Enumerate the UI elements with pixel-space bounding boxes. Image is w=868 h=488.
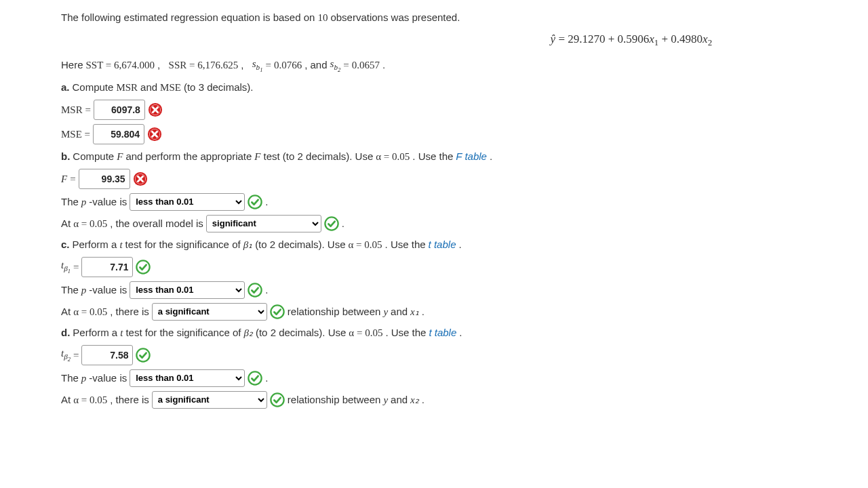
c-pvalue-select[interactable]: less than 0.01: [130, 281, 245, 299]
wrong-icon: [148, 102, 163, 117]
d-pvalue-select[interactable]: less than 0.01: [130, 369, 245, 387]
sb2-val: 0.0657: [352, 57, 380, 73]
sb1-val: 0.0766: [274, 57, 302, 73]
check-icon: [248, 283, 262, 298]
check-icon: [136, 348, 151, 363]
tb2-row: tβ2 =: [61, 345, 807, 365]
check-icon: [324, 216, 339, 231]
tb1-input[interactable]: [81, 257, 133, 277]
d-pvalue-row: The p -value is less than 0.01 .: [61, 369, 807, 387]
sb2-sym: sb2: [330, 56, 341, 75]
part-c-prompt: c. Perform a t test for the significance…: [61, 237, 807, 253]
intro-a: The following estimated regression equat…: [61, 9, 315, 26]
c-relationship-select[interactable]: a significant: [152, 303, 267, 321]
check-icon: [270, 304, 285, 319]
f-table-link[interactable]: F table: [456, 148, 487, 165]
b-pvalue-row: The p -value is less than 0.01 .: [61, 193, 807, 211]
tb2-label: tβ2: [61, 345, 71, 365]
t-table-link[interactable]: t table: [429, 237, 456, 253]
part-d-prompt: d. Perform a t test for the significance…: [61, 325, 807, 341]
check-icon: [136, 260, 151, 274]
check-icon: [248, 195, 262, 209]
d-relationship-select[interactable]: a significant: [152, 391, 267, 409]
b-pvalue-select[interactable]: less than 0.01: [130, 193, 245, 211]
sst: SST = 6,674.000: [86, 57, 155, 73]
tb1-label: tβ1: [61, 257, 71, 277]
t-table-link-2[interactable]: t table: [429, 325, 456, 341]
f-label: F: [61, 171, 67, 187]
part-d-label: d.: [61, 325, 70, 341]
part-c-label: c.: [61, 237, 70, 253]
ssr: SSR = 6,176.625: [169, 57, 239, 73]
mse-input[interactable]: [93, 124, 144, 144]
tb1-row: tβ1 =: [61, 257, 807, 277]
c-pvalue-row: The p -value is less than 0.01 .: [61, 281, 807, 299]
intro-b: observations was presented.: [330, 9, 460, 26]
msr-input[interactable]: [94, 100, 145, 120]
check-icon: [270, 392, 285, 407]
mse-label: MSE =: [61, 126, 90, 142]
sb1-sym: sb1: [252, 56, 263, 75]
b-overall-row: At α = 0.05 , the overall model is signi…: [61, 215, 807, 232]
part-a-label: a.: [61, 79, 70, 96]
mse-row: MSE =: [61, 124, 807, 144]
wrong-icon: [147, 127, 162, 142]
part-b-prompt: b. Compute F and perform the appropriate…: [61, 148, 807, 165]
c-relationship-row: At α = 0.05 , there is a significant rel…: [61, 303, 807, 321]
wrong-icon: [133, 171, 148, 186]
msr-row: MSR =: [61, 100, 807, 120]
regression-equation: ŷ = 29.1270 + 0.5906x1 + 0.4980x2: [61, 30, 807, 50]
intro-text: The following estimated regression equat…: [61, 9, 807, 26]
d-relationship-row: At α = 0.05 , there is a significant rel…: [61, 391, 807, 409]
tb2-input[interactable]: [81, 345, 133, 365]
f-input[interactable]: [79, 169, 130, 189]
given-pre: Here: [61, 57, 83, 73]
part-a-prompt: a. Compute MSR and MSE (to 3 decimals).: [61, 79, 807, 96]
n-obs: 10: [317, 9, 328, 26]
part-b-label: b.: [61, 148, 70, 165]
check-icon: [248, 371, 262, 386]
msr-label: MSR =: [61, 102, 91, 118]
b-overall-select[interactable]: significant: [206, 215, 321, 232]
given-values: Here SST = 6,674.000, SSR = 6,176.625, s…: [61, 56, 807, 75]
f-row: F =: [61, 169, 807, 189]
